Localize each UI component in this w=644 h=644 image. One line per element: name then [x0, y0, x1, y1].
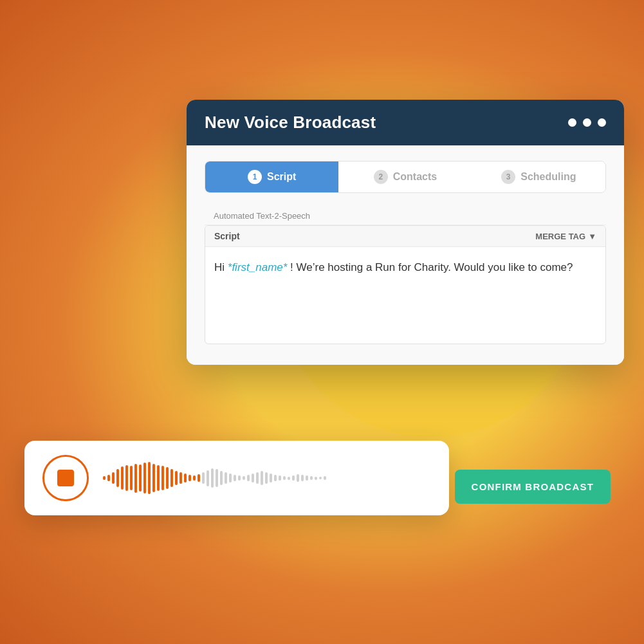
waveform-bar [216, 469, 218, 487]
waveform-bar [121, 466, 124, 490]
waveform-bar [157, 465, 160, 491]
waveform-bar [306, 475, 308, 481]
tabs-row: 1 Script 2 Contacts 3 Scheduling [205, 161, 606, 193]
merge-tag-button[interactable]: MERGE TAG ▼ [535, 232, 596, 241]
waveform-bar [292, 475, 295, 481]
waveform-bar [148, 462, 151, 494]
waveform-bar [184, 474, 187, 483]
waveform-bar [319, 477, 322, 479]
waveform-bar [161, 466, 164, 490]
waveform-bar [179, 472, 182, 484]
waveform-bar [270, 474, 272, 483]
script-section-header: Script MERGE TAG ▼ [205, 226, 605, 247]
tab-script-label: Script [267, 171, 296, 183]
header-dot-1 [568, 118, 576, 127]
waveform-bar [211, 468, 214, 488]
stop-button[interactable] [42, 455, 89, 501]
script-column-label: Script [214, 231, 240, 241]
script-content: Hi *first_name* ! We’re hosting a Run fo… [205, 247, 605, 344]
header-dot-3 [598, 118, 606, 127]
waveform-bar [125, 465, 128, 491]
waveform-bar [243, 476, 245, 480]
audio-player-card [24, 441, 449, 515]
waveform-bar [103, 476, 106, 480]
waveform-bar [229, 474, 232, 483]
waveform-bar [139, 465, 142, 492]
script-text-prefix: Hi [214, 261, 228, 273]
script-section: Script MERGE TAG ▼ Hi *first_name* ! We’… [205, 225, 606, 344]
waveform-bar [202, 472, 205, 484]
tab-scheduling-label: Scheduling [520, 171, 576, 183]
waveform-bar [225, 472, 227, 484]
merge-tag-label: MERGE TAG [535, 232, 585, 241]
modal-card: New Voice Broadcast 1 Script 2 Contacts [187, 100, 624, 365]
script-type-label: Automated Text-2-Speech [205, 207, 606, 225]
waveform-bar [310, 476, 313, 480]
waveform-bar [256, 472, 259, 484]
waveform-bar [238, 475, 241, 481]
waveform-bar [189, 475, 191, 481]
waveform-bar [116, 469, 119, 487]
waveform-bar [175, 471, 178, 485]
waveform-bar [152, 464, 155, 492]
header-dot-2 [583, 118, 591, 127]
tab-scheduling[interactable]: 3 Scheduling [472, 161, 605, 192]
waveform-bar [261, 471, 263, 485]
tab-contacts[interactable]: 2 Contacts [338, 161, 472, 192]
script-merge-tag: *first_name* [228, 261, 288, 273]
waveform-bar [265, 472, 268, 484]
modal-title: New Voice Broadcast [205, 113, 376, 133]
waveform-bar [166, 467, 169, 489]
merge-tag-chevron-icon: ▼ [588, 232, 596, 241]
modal-header: New Voice Broadcast [187, 100, 624, 145]
waveform-bar [247, 475, 250, 481]
waveform-bar [143, 463, 146, 493]
waveform-bar [252, 474, 254, 483]
tab-script-badge: 1 [248, 170, 262, 184]
script-text-suffix: ! We’re hosting a Run for Charity. Would… [287, 261, 573, 273]
tab-contacts-badge: 2 [374, 170, 388, 184]
waveform-bar [207, 470, 209, 486]
waveform-bar [170, 469, 173, 487]
waveform-bar [274, 475, 277, 481]
waveform-bar [324, 476, 326, 480]
modal-body: 1 Script 2 Contacts 3 Scheduling Automat… [187, 145, 624, 365]
waveform-bar [134, 464, 137, 493]
waveform [103, 462, 431, 494]
waveform-bar [279, 475, 281, 481]
waveform-bar [107, 475, 110, 481]
waveform-bar [198, 474, 200, 482]
waveform-bar [283, 476, 286, 480]
waveform-bar [297, 474, 299, 482]
waveform-bar [315, 477, 317, 480]
stop-icon [57, 470, 74, 486]
waveform-bar [288, 477, 290, 480]
confirm-broadcast-button[interactable]: CONFIRM BROADCAST [455, 470, 611, 504]
waveform-bar [301, 475, 304, 481]
tab-contacts-label: Contacts [393, 171, 437, 183]
tab-scheduling-badge: 3 [501, 170, 515, 184]
header-dots [568, 118, 606, 127]
waveform-bar [130, 466, 133, 490]
waveform-bar [234, 475, 236, 481]
tab-script[interactable]: 1 Script [205, 161, 338, 192]
scene: New Voice Broadcast 1 Script 2 Contacts [0, 0, 644, 644]
waveform-bar [193, 475, 196, 481]
waveform-bar [220, 471, 223, 485]
waveform-bar [112, 472, 115, 484]
